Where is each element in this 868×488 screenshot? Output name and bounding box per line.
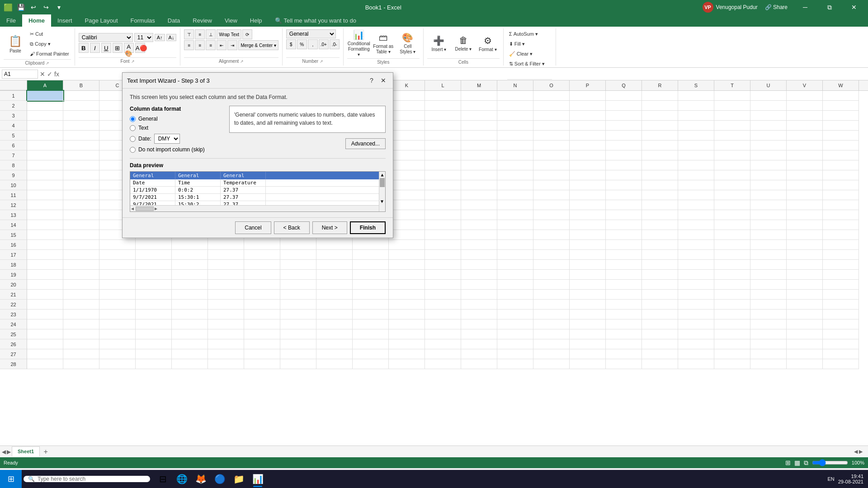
cell-I22[interactable] — [316, 300, 353, 310]
cell-P3[interactable] — [570, 111, 606, 121]
advanced-button[interactable]: Advanced... — [345, 138, 386, 149]
cell-U8[interactable] — [750, 160, 787, 170]
customize-qat-button[interactable]: ▾ — [53, 2, 64, 13]
cell-S8[interactable] — [678, 160, 714, 170]
cell-L2[interactable] — [425, 101, 461, 111]
cell-N6[interactable] — [497, 141, 533, 150]
cell-T10[interactable] — [714, 180, 750, 190]
cell-U4[interactable] — [750, 121, 787, 131]
cell-M25[interactable] — [461, 329, 497, 339]
cell-B23[interactable] — [63, 310, 99, 319]
cell-D19[interactable] — [136, 270, 172, 280]
cell-L22[interactable] — [425, 300, 461, 310]
cell-W28[interactable] — [823, 359, 859, 369]
insert-button[interactable]: ➕ Insert ▾ — [427, 29, 451, 57]
cell-B21[interactable] — [63, 290, 99, 300]
cell-W9[interactable] — [823, 170, 859, 180]
format-painter-button[interactable]: 🖌 Format Painter — [28, 49, 71, 58]
cell-A12[interactable] — [27, 200, 63, 210]
border-button[interactable]: ⊞ — [113, 43, 123, 53]
cell-M11[interactable] — [461, 190, 497, 200]
cell-F25[interactable] — [208, 329, 244, 339]
cell-U10[interactable] — [750, 180, 787, 190]
cell-P20[interactable] — [570, 280, 606, 290]
cell-C18[interactable] — [99, 260, 136, 270]
cell-A13[interactable] — [27, 210, 63, 220]
cell-V11[interactable] — [787, 190, 823, 200]
page-break-view-button[interactable]: ⧉ — [804, 459, 808, 467]
cell-N19[interactable] — [497, 270, 533, 280]
cell-Q10[interactable] — [606, 180, 642, 190]
cell-F21[interactable] — [208, 290, 244, 300]
cancel-button[interactable]: Cancel — [235, 221, 271, 234]
cell-U15[interactable] — [750, 230, 787, 240]
cell-B20[interactable] — [63, 280, 99, 290]
wrap-text-button[interactable]: Wrap Text — [217, 29, 241, 39]
cell-E25[interactable] — [172, 329, 208, 339]
cell-S4[interactable] — [678, 121, 714, 131]
cell-N23[interactable] — [497, 310, 533, 319]
cell-M5[interactable] — [461, 131, 497, 141]
cell-B18[interactable] — [63, 260, 99, 270]
cell-K9[interactable] — [389, 170, 425, 180]
cell-U18[interactable] — [750, 260, 787, 270]
cell-N14[interactable] — [497, 220, 533, 230]
restore-button[interactable]: ⧉ — [819, 0, 840, 14]
cell-R9[interactable] — [642, 170, 678, 180]
cell-A17[interactable] — [27, 250, 63, 260]
bold-button[interactable]: B — [79, 43, 89, 53]
cell-Q27[interactable] — [606, 349, 642, 359]
cell-P25[interactable] — [570, 329, 606, 339]
row-header-11[interactable]: 11 — [0, 190, 27, 200]
cell-O13[interactable] — [533, 210, 570, 220]
cell-G19[interactable] — [244, 270, 280, 280]
cell-N8[interactable] — [497, 160, 533, 170]
cell-C16[interactable] — [99, 240, 136, 250]
preview-vertical-scrollbar[interactable]: ▲ ▼ — [379, 172, 385, 211]
taskbar-excel[interactable]: 📊 — [249, 470, 267, 488]
cell-W15[interactable] — [823, 230, 859, 240]
cell-Q5[interactable] — [606, 131, 642, 141]
cell-L28[interactable] — [425, 359, 461, 369]
cell-T9[interactable] — [714, 170, 750, 180]
row-header-18[interactable]: 18 — [0, 260, 27, 270]
cell-Q19[interactable] — [606, 270, 642, 280]
cell-A3[interactable] — [27, 111, 63, 121]
cell-G16[interactable] — [244, 240, 280, 250]
font-expand-icon[interactable]: ↗ — [131, 59, 135, 64]
cell-P6[interactable] — [570, 141, 606, 150]
cell-B14[interactable] — [63, 220, 99, 230]
cell-A1[interactable] — [27, 91, 63, 101]
cell-S5[interactable] — [678, 131, 714, 141]
row-header-19[interactable]: 19 — [0, 270, 27, 280]
cell-S7[interactable] — [678, 150, 714, 160]
sort-filter-button[interactable]: ⇅ Sort & Filter ▾ — [507, 59, 547, 68]
minimize-button[interactable]: ─ — [795, 0, 816, 14]
cell-Q14[interactable] — [606, 220, 642, 230]
tab-home[interactable]: Home — [22, 14, 51, 27]
cell-J24[interactable] — [353, 319, 389, 329]
radio-general-label[interactable]: General — [130, 116, 220, 122]
taskbar-search[interactable]: 🔍 Type here to search — [24, 476, 150, 482]
cell-P13[interactable] — [570, 210, 606, 220]
cell-M4[interactable] — [461, 121, 497, 131]
cell-S11[interactable] — [678, 190, 714, 200]
cell-B16[interactable] — [63, 240, 99, 250]
cell-E24[interactable] — [172, 319, 208, 329]
alignment-expand-icon[interactable]: ↗ — [240, 59, 244, 64]
cell-F17[interactable] — [208, 250, 244, 260]
cell-T4[interactable] — [714, 121, 750, 131]
cell-S12[interactable] — [678, 200, 714, 210]
cell-J28[interactable] — [353, 359, 389, 369]
cell-K2[interactable] — [389, 101, 425, 111]
cell-A18[interactable] — [27, 260, 63, 270]
cell-K14[interactable] — [389, 220, 425, 230]
cell-O21[interactable] — [533, 290, 570, 300]
cell-L25[interactable] — [425, 329, 461, 339]
cell-N12[interactable] — [497, 200, 533, 210]
cell-H28[interactable] — [280, 359, 316, 369]
cell-K4[interactable] — [389, 121, 425, 131]
cell-L16[interactable] — [425, 240, 461, 250]
cell-V19[interactable] — [787, 270, 823, 280]
cell-V22[interactable] — [787, 300, 823, 310]
